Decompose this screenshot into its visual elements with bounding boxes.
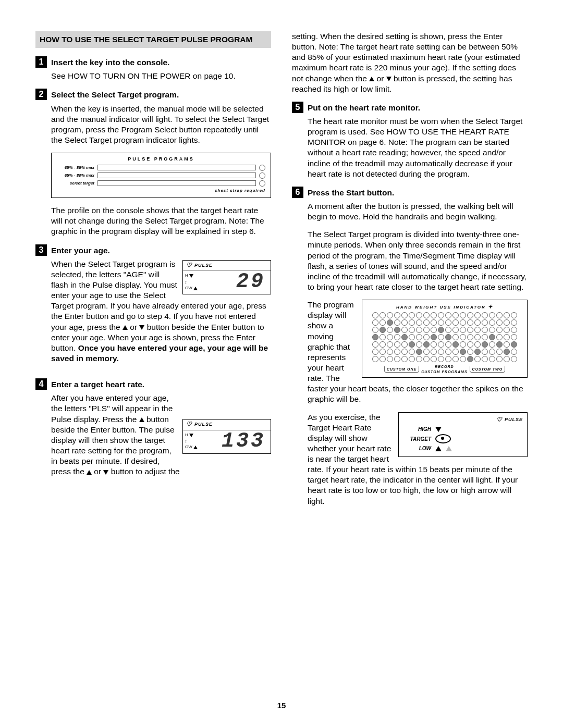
- triangle-down-icon: [189, 274, 193, 278]
- indicator-dot: [259, 172, 265, 179]
- figure-footer: chest strap required: [57, 188, 265, 193]
- figure-program-display: HAND WEIGHT USE INDICATOR ✦ CUSTOM ONE R…: [362, 300, 528, 378]
- indicator-dot: [259, 180, 265, 187]
- body-text: See HOW TO TURN ON THE POWER on page 10.: [51, 71, 271, 81]
- step-5: 5 Put on the heart rate monitor. The hea…: [292, 102, 528, 179]
- body-text: A moment after the button is pressed, th…: [308, 201, 528, 222]
- step-1: 1 Insert the key into the console. See H…: [35, 56, 271, 81]
- high-label: H: [185, 273, 188, 278]
- figure-title: HAND WEIGHT USE INDICATOR: [396, 305, 486, 310]
- triangle-up-icon: [446, 446, 452, 451]
- high-label: H: [185, 433, 188, 438]
- body-text: The Select Target program is divided int…: [308, 229, 528, 292]
- lcd-value: 133: [200, 431, 268, 451]
- indicator-dot: [259, 165, 265, 171]
- profile-line: [97, 165, 256, 170]
- step-number-box: 5: [292, 102, 303, 113]
- triangle-up-icon: [193, 287, 198, 290]
- body-text: The heart rate monitor must be worn when…: [308, 116, 528, 179]
- pulse-program-row: 65% - 85% max: [57, 165, 265, 171]
- pulse-program-row: 65% - 80% max: [57, 172, 265, 179]
- pulse-program-row: select target: [57, 180, 265, 187]
- heart-icon: ♡: [186, 262, 192, 270]
- profile-line: [97, 172, 256, 178]
- step-title: Enter a target heart rate.: [51, 378, 144, 390]
- step-title: Press the Start button.: [308, 187, 394, 198]
- triangle-up-icon: [123, 325, 128, 330]
- step-number-box: 6: [292, 187, 303, 198]
- section-heading: HOW TO USE THE SELECT TARGET PULSE PROGR…: [35, 31, 271, 48]
- figure-pulse-lcd-age: ♡ PULSE H ⟟ OW 29: [182, 260, 271, 295]
- lcd-arrows: H ⟟ OW: [185, 273, 198, 291]
- step-4: 4 Enter a target heart rate. ♡ PULSE H: [35, 378, 271, 484]
- row-label: 65% - 85% max: [57, 165, 94, 170]
- step-number-box: 3: [35, 244, 47, 256]
- step-title: Put on the heart rate monitor.: [308, 102, 420, 113]
- foot-label: CUSTOM ONE: [384, 366, 419, 373]
- low-label: OW: [185, 286, 192, 291]
- two-column-layout: HOW TO USE THE SELECT TARGET PULSE PROGR…: [35, 31, 528, 521]
- lcd-header: PULSE: [194, 263, 213, 269]
- step-title: Enter your age.: [51, 244, 110, 256]
- row-label: 65% - 80% max: [57, 173, 94, 178]
- heart-icon: ♡: [186, 421, 192, 429]
- triangle-down-icon: [103, 470, 108, 475]
- step-title: Select the Select Target program.: [51, 89, 179, 100]
- step-2: 2 Select the Select Target program. When…: [35, 89, 271, 145]
- triangle-up-icon: [193, 446, 198, 449]
- row-label: LOW: [403, 445, 431, 452]
- body-text: setting. When the desired setting is sho…: [292, 31, 528, 94]
- triangle-down-icon: [189, 434, 193, 437]
- row-label: HIGH: [403, 426, 431, 433]
- triangle-down-icon: [139, 325, 144, 330]
- foot-label: RECORD CUSTOM PROGRAMS: [421, 364, 467, 374]
- right-column: setting. When the desired setting is sho…: [292, 31, 528, 521]
- step-title: Insert the key into the console.: [51, 56, 169, 68]
- figure-pulse-lcd-pls: ♡ PULSE H ⟟ OW 133: [182, 419, 271, 454]
- manual-page: HOW TO USE THE SELECT TARGET PULSE PROGR…: [0, 0, 563, 728]
- lcd-header: PULSE: [194, 422, 213, 428]
- triangle-up-icon: [435, 446, 442, 451]
- row-label: select target: [57, 181, 94, 186]
- figure-pulse-programs: PULSE PROGRAMS 65% - 85% max 65% - 80% m…: [51, 153, 271, 198]
- profile-line: [97, 180, 256, 186]
- runner-icon: ✦: [488, 304, 493, 310]
- lcd-value: 29: [200, 272, 268, 292]
- lcd-arrows: H ⟟ OW: [185, 433, 198, 450]
- left-column: HOW TO USE THE SELECT TARGET PULSE PROGR…: [35, 31, 271, 521]
- triangle-down-icon: [435, 427, 442, 432]
- body-text: The profile on the console shows that th…: [51, 205, 271, 237]
- body-text: When the key is inserted, the manual mod…: [51, 104, 271, 146]
- low-label: OW: [185, 445, 192, 450]
- triangle-up-icon: [139, 417, 144, 422]
- step-3: 3 Enter your age. ♡ PULSE H ⟟: [35, 244, 271, 372]
- heart-icon: ♡: [496, 416, 503, 424]
- dot-matrix-grid: [366, 312, 523, 362]
- row-label: TARGET: [403, 436, 431, 442]
- triangle-up-icon: [87, 470, 92, 475]
- target-indicator-icon: [435, 434, 451, 443]
- figure-title: PULSE PROGRAMS: [57, 156, 265, 163]
- triangle-up-icon: [369, 77, 374, 81]
- step-number-box: 1: [35, 56, 47, 68]
- step-number-box: 4: [35, 378, 47, 390]
- figure-target-heart-rate: ♡ PULSE HIGH TARGET: [398, 412, 528, 458]
- step-6: 6 Press the Start button. A moment after…: [292, 187, 528, 514]
- step-number-box: 2: [35, 89, 47, 100]
- body-text-bold: Once you have entered your age, your age…: [51, 343, 268, 363]
- foot-label: CUSTOM TWO: [470, 366, 505, 373]
- figure-header: PULSE: [505, 417, 523, 422]
- triangle-down-icon: [386, 77, 391, 81]
- page-number: 15: [0, 700, 563, 711]
